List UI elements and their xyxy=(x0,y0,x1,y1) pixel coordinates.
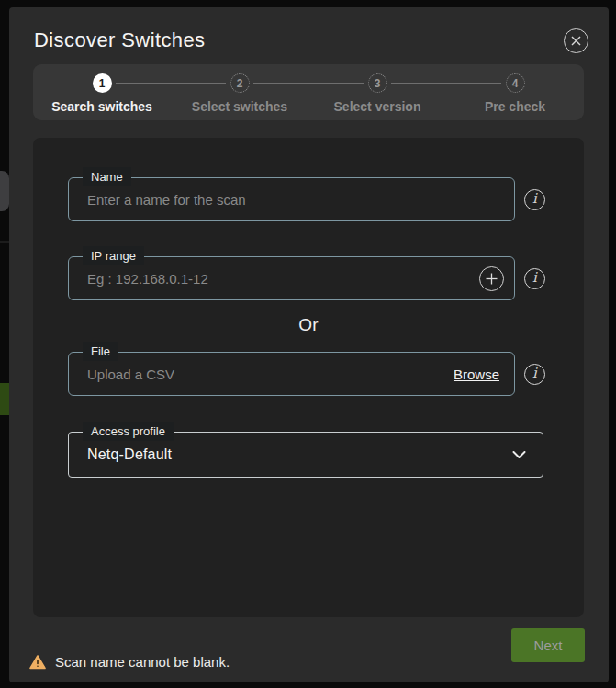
step-number-badge: 3 xyxy=(368,73,387,93)
info-circle-icon[interactable]: i xyxy=(524,268,545,289)
validation-warning: Scan name cannot be blank. xyxy=(29,654,230,670)
ip-range-field: IP range xyxy=(68,256,515,300)
access-profile-select[interactable]: Access profile Netq-Default xyxy=(68,432,543,478)
file-field-label: File xyxy=(83,342,118,361)
background-page-fragment xyxy=(0,241,9,243)
close-button[interactable] xyxy=(564,28,588,53)
next-button[interactable]: Next xyxy=(511,628,585,662)
name-field-label: Name xyxy=(83,167,131,186)
warning-message: Scan name cannot be blank. xyxy=(55,654,230,670)
step-label: Pre check xyxy=(485,99,545,114)
ip-range-field-row: IP range i xyxy=(68,256,545,300)
discover-switches-dialog: Discover Switches 1 Search switches 2 Se… xyxy=(9,7,609,682)
step-connector-line xyxy=(391,83,501,84)
step-label: Select switches xyxy=(192,99,287,114)
or-divider-text: Or xyxy=(33,315,584,335)
file-field-row: File Browse i xyxy=(68,352,545,396)
access-profile-field-label: Access profile xyxy=(83,422,174,441)
dialog-title: Discover Switches xyxy=(34,28,206,52)
access-profile-field-row: Access profile Netq-Default xyxy=(68,432,543,478)
dialog-header: Discover Switches xyxy=(34,26,588,55)
name-field-row: Name i xyxy=(68,177,545,221)
wizard-stepper: 1 Search switches 2 Select switches 3 Se… xyxy=(33,64,584,120)
step-label: Select version xyxy=(334,99,421,114)
ip-range-field-label: IP range xyxy=(83,246,144,265)
browse-link[interactable]: Browse xyxy=(454,367,499,382)
step-number-badge: 4 xyxy=(506,73,525,93)
search-switches-form-panel: Name i IP range i Or xyxy=(33,138,584,617)
stepper-step-search-switches[interactable]: 1 Search switches xyxy=(33,64,171,120)
file-field: File Browse xyxy=(68,352,515,396)
info-circle-icon[interactable]: i xyxy=(524,189,545,210)
csv-file-input[interactable] xyxy=(69,367,454,382)
scan-name-input[interactable] xyxy=(69,192,514,208)
warning-triangle-icon xyxy=(29,655,46,670)
step-number-badge: 1 xyxy=(93,73,112,93)
plus-circle-icon xyxy=(486,273,498,285)
ip-range-input[interactable] xyxy=(69,271,479,287)
stepper-step-pre-check[interactable]: 4 Pre check xyxy=(446,64,584,120)
name-field: Name xyxy=(68,177,515,221)
stepper-step-select-version[interactable]: 3 Select version xyxy=(308,64,446,120)
step-label: Search switches xyxy=(51,99,152,114)
step-connector-line xyxy=(253,83,364,84)
add-ip-range-button[interactable] xyxy=(479,266,504,291)
background-page-fragment xyxy=(0,383,9,415)
step-number-badge: 2 xyxy=(230,73,250,93)
circled-x-icon xyxy=(571,36,581,46)
chevron-down-icon xyxy=(512,451,526,459)
access-profile-selected-value: Netq-Default xyxy=(69,446,512,463)
background-page-fragment xyxy=(0,171,9,211)
info-circle-icon[interactable]: i xyxy=(524,364,545,385)
stepper-step-select-switches[interactable]: 2 Select switches xyxy=(171,64,308,120)
step-connector-line xyxy=(116,83,226,84)
